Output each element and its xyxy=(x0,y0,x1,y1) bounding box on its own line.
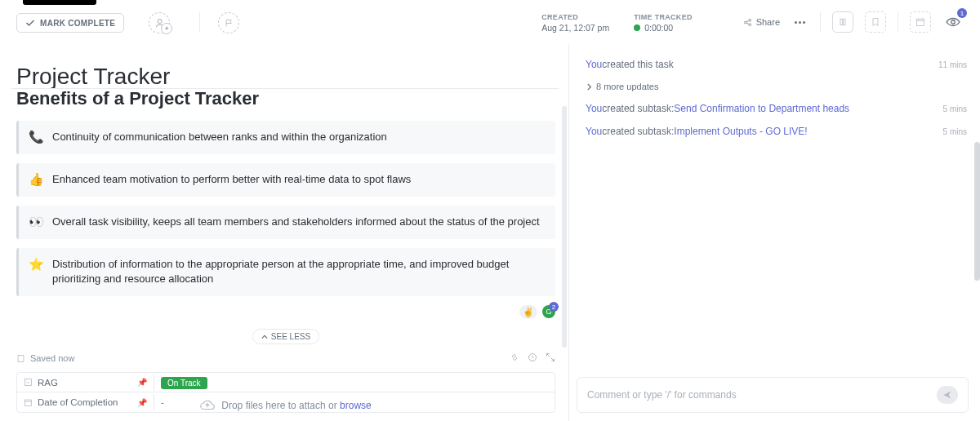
activity-time: 11 mins xyxy=(930,60,967,69)
svg-rect-6 xyxy=(917,19,924,25)
subtask-link[interactable]: Send Confirmation to Department heads xyxy=(674,103,849,114)
action-button-2[interactable] xyxy=(865,11,886,33)
watch-button[interactable]: 1 xyxy=(942,11,964,33)
drop-zone[interactable]: Drop files here to attach or browse xyxy=(16,398,555,413)
chevron-up-icon xyxy=(261,334,268,340)
svg-rect-8 xyxy=(18,355,24,361)
send-icon xyxy=(942,390,952,400)
user-icon xyxy=(154,18,165,29)
user-link[interactable]: You xyxy=(586,103,602,114)
svg-rect-10 xyxy=(24,379,31,386)
created-value: Aug 21, 12:07 pm xyxy=(541,23,609,33)
date-button[interactable] xyxy=(910,11,931,33)
callout-text: Overall task visibility, keeps all team … xyxy=(52,215,540,230)
link-icon xyxy=(510,352,519,362)
phone-icon: 📞 xyxy=(29,130,44,144)
expand-button[interactable] xyxy=(546,352,555,364)
activity-item: You created subtask: Send Confirmation t… xyxy=(586,103,967,114)
share-button[interactable]: Share xyxy=(743,17,780,27)
star-icon: ⭐ xyxy=(29,257,44,272)
thumbsup-icon: 👍 xyxy=(29,172,44,187)
dropdown-icon xyxy=(24,378,33,387)
field-row-rag[interactable]: RAG 📌 On Track xyxy=(17,373,555,392)
bookmark-icon xyxy=(871,17,880,27)
more-menu-button[interactable] xyxy=(791,18,808,27)
calendar-icon xyxy=(915,17,925,27)
cloud-upload-icon xyxy=(200,398,215,413)
callout-text: Enhanced team motivation to perform bett… xyxy=(52,172,411,188)
link-button[interactable] xyxy=(510,352,519,364)
callout-block[interactable]: 👍 Enhanced team motivation to perform be… xyxy=(16,163,555,197)
activity-time: 5 mins xyxy=(935,127,967,136)
assignee-add-button[interactable] xyxy=(149,12,170,33)
comment-placeholder: Comment or type '/' for commands xyxy=(587,389,737,401)
pause-icon xyxy=(838,17,848,27)
check-icon xyxy=(25,18,35,28)
reaction-count-badge: 2 xyxy=(549,302,559,312)
created-label: CREATED xyxy=(541,13,609,21)
saved-status: Saved now xyxy=(30,353,74,363)
expand-updates-button[interactable]: 8 more updates xyxy=(586,82,967,91)
scrollbar[interactable] xyxy=(562,106,567,348)
callout-text: Continuity of communication between rank… xyxy=(52,130,387,145)
separator xyxy=(898,12,898,32)
callout-text: Distribution of information to the appro… xyxy=(52,257,546,288)
mark-complete-label: MARK COMPLETE xyxy=(40,19,115,28)
browse-link[interactable]: browse xyxy=(340,400,372,411)
activity-item: You created this task 11 mins xyxy=(586,59,967,70)
comment-input[interactable]: Comment or type '/' for commands xyxy=(577,377,969,413)
svg-point-0 xyxy=(158,19,162,23)
watch-count-badge: 1 xyxy=(957,8,967,18)
priority-button[interactable] xyxy=(218,12,239,33)
page-icon xyxy=(16,354,25,363)
drop-text: Drop files here to attach or xyxy=(221,400,340,411)
see-less-button[interactable]: SEE LESS xyxy=(252,329,319,344)
separator xyxy=(199,12,200,32)
svg-point-2 xyxy=(749,19,751,21)
share-icon xyxy=(743,18,752,27)
callout-block[interactable]: ⭐ Distribution of information to the app… xyxy=(16,248,555,297)
chevron-right-icon xyxy=(586,83,593,91)
callout-block[interactable]: 👀 Overall task visibility, keeps all tea… xyxy=(16,206,555,239)
activity-time: 5 mins xyxy=(935,104,967,113)
reaction-peace[interactable]: ✌️ xyxy=(519,305,537,319)
clock-icon xyxy=(528,352,537,362)
user-link[interactable]: You xyxy=(586,126,602,137)
flag-icon xyxy=(225,19,234,28)
user-link[interactable]: You xyxy=(586,59,602,70)
expand-icon xyxy=(546,352,555,362)
callout-block[interactable]: 📞 Continuity of communication between ra… xyxy=(16,121,555,154)
separator xyxy=(820,12,821,32)
rag-badge: On Track xyxy=(161,377,207,389)
svg-rect-4 xyxy=(840,19,842,25)
page-title[interactable]: Project Tracker xyxy=(16,64,170,90)
svg-rect-5 xyxy=(844,19,845,25)
svg-point-1 xyxy=(744,21,746,24)
svg-point-3 xyxy=(749,23,751,25)
activity-panel: You created this task 11 mins 8 more upd… xyxy=(568,44,980,421)
activity-item: You created subtask: Implement Outputs -… xyxy=(586,126,967,137)
subtask-link[interactable]: Implement Outputs - GO LIVE! xyxy=(674,126,807,137)
scrollbar[interactable] xyxy=(974,142,980,281)
send-button[interactable] xyxy=(937,386,958,404)
pin-icon: 📌 xyxy=(137,378,147,387)
svg-point-7 xyxy=(951,20,956,24)
window-tab-accent xyxy=(23,0,96,5)
reaction-avatar-wrap[interactable]: G 2 xyxy=(542,305,555,319)
mark-complete-button[interactable]: MARK COMPLETE xyxy=(16,13,124,33)
time-tracked-label: TIME TRACKED xyxy=(634,13,693,21)
section-heading: Benefits of a Project Tracker xyxy=(16,88,555,109)
eyes-icon: 👀 xyxy=(29,215,44,229)
action-button-1[interactable] xyxy=(832,11,853,33)
history-button[interactable] xyxy=(528,352,537,364)
field-label-text: RAG xyxy=(38,378,58,388)
time-tracked-value[interactable]: 0:00:00 xyxy=(634,23,693,33)
play-dot-icon xyxy=(634,24,640,31)
